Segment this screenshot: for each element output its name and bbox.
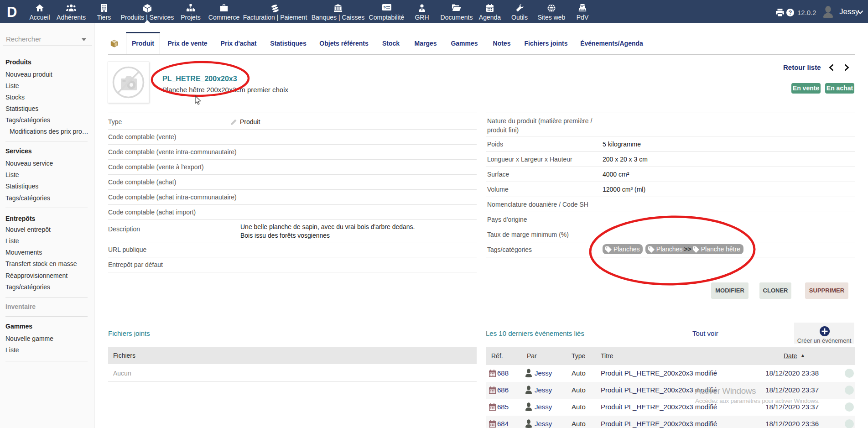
- svg-text:$: $: [384, 5, 386, 9]
- svg-text:?: ?: [789, 10, 792, 16]
